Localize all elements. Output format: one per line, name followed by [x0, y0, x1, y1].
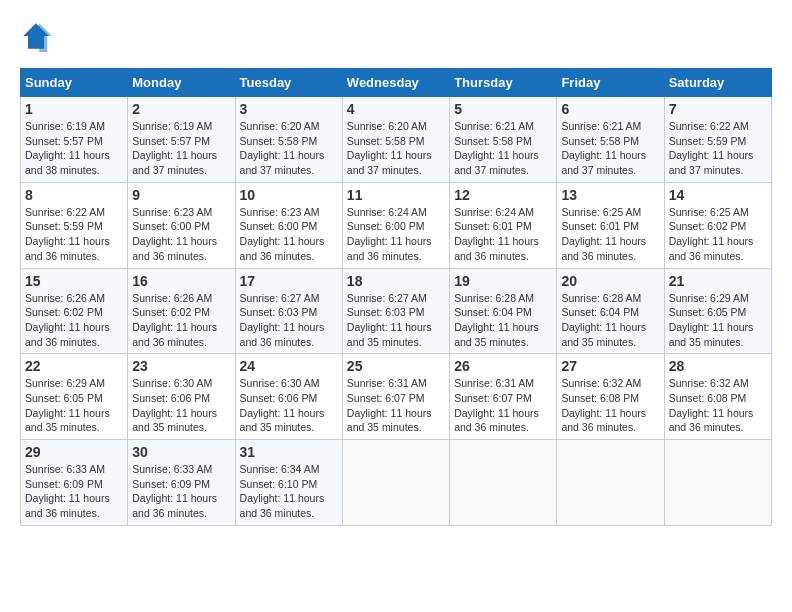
calendar-cell: 11 Sunrise: 6:24 AM Sunset: 6:00 PM Dayl…: [342, 182, 449, 268]
calendar-cell: 20 Sunrise: 6:28 AM Sunset: 6:04 PM Dayl…: [557, 268, 664, 354]
day-number: 7: [669, 101, 767, 117]
calendar-cell: 31 Sunrise: 6:34 AM Sunset: 6:10 PM Dayl…: [235, 440, 342, 526]
day-number: 20: [561, 273, 659, 289]
calendar-cell: 30 Sunrise: 6:33 AM Sunset: 6:09 PM Dayl…: [128, 440, 235, 526]
day-number: 27: [561, 358, 659, 374]
calendar-cell: 9 Sunrise: 6:23 AM Sunset: 6:00 PM Dayli…: [128, 182, 235, 268]
day-number: 13: [561, 187, 659, 203]
column-header-thursday: Thursday: [450, 69, 557, 97]
calendar-cell: 26 Sunrise: 6:31 AM Sunset: 6:07 PM Dayl…: [450, 354, 557, 440]
calendar-cell: 27 Sunrise: 6:32 AM Sunset: 6:08 PM Dayl…: [557, 354, 664, 440]
calendar-cell: 4 Sunrise: 6:20 AM Sunset: 5:58 PM Dayli…: [342, 97, 449, 183]
day-number: 1: [25, 101, 123, 117]
day-info: Sunrise: 6:21 AM Sunset: 5:58 PM Dayligh…: [454, 119, 552, 178]
calendar-week-row: 29 Sunrise: 6:33 AM Sunset: 6:09 PM Dayl…: [21, 440, 772, 526]
day-info: Sunrise: 6:22 AM Sunset: 5:59 PM Dayligh…: [669, 119, 767, 178]
calendar-cell: 18 Sunrise: 6:27 AM Sunset: 6:03 PM Dayl…: [342, 268, 449, 354]
column-header-friday: Friday: [557, 69, 664, 97]
calendar-cell: 14 Sunrise: 6:25 AM Sunset: 6:02 PM Dayl…: [664, 182, 771, 268]
day-info: Sunrise: 6:24 AM Sunset: 6:01 PM Dayligh…: [454, 205, 552, 264]
day-number: 28: [669, 358, 767, 374]
calendar-cell: 23 Sunrise: 6:30 AM Sunset: 6:06 PM Dayl…: [128, 354, 235, 440]
column-header-sunday: Sunday: [21, 69, 128, 97]
calendar-cell: [450, 440, 557, 526]
calendar-cell: 10 Sunrise: 6:23 AM Sunset: 6:00 PM Dayl…: [235, 182, 342, 268]
calendar-cell: 29 Sunrise: 6:33 AM Sunset: 6:09 PM Dayl…: [21, 440, 128, 526]
day-number: 31: [240, 444, 338, 460]
day-info: Sunrise: 6:19 AM Sunset: 5:57 PM Dayligh…: [132, 119, 230, 178]
day-number: 24: [240, 358, 338, 374]
calendar-week-row: 1 Sunrise: 6:19 AM Sunset: 5:57 PM Dayli…: [21, 97, 772, 183]
column-header-tuesday: Tuesday: [235, 69, 342, 97]
day-number: 25: [347, 358, 445, 374]
day-info: Sunrise: 6:33 AM Sunset: 6:09 PM Dayligh…: [132, 462, 230, 521]
day-info: Sunrise: 6:26 AM Sunset: 6:02 PM Dayligh…: [132, 291, 230, 350]
day-number: 2: [132, 101, 230, 117]
day-info: Sunrise: 6:21 AM Sunset: 5:58 PM Dayligh…: [561, 119, 659, 178]
day-number: 4: [347, 101, 445, 117]
day-number: 5: [454, 101, 552, 117]
day-number: 19: [454, 273, 552, 289]
day-number: 8: [25, 187, 123, 203]
day-info: Sunrise: 6:24 AM Sunset: 6:00 PM Dayligh…: [347, 205, 445, 264]
day-number: 12: [454, 187, 552, 203]
day-info: Sunrise: 6:30 AM Sunset: 6:06 PM Dayligh…: [132, 376, 230, 435]
calendar-cell: 21 Sunrise: 6:29 AM Sunset: 6:05 PM Dayl…: [664, 268, 771, 354]
day-info: Sunrise: 6:19 AM Sunset: 5:57 PM Dayligh…: [25, 119, 123, 178]
day-info: Sunrise: 6:25 AM Sunset: 6:02 PM Dayligh…: [669, 205, 767, 264]
day-number: 10: [240, 187, 338, 203]
day-number: 6: [561, 101, 659, 117]
calendar-cell: 16 Sunrise: 6:26 AM Sunset: 6:02 PM Dayl…: [128, 268, 235, 354]
day-info: Sunrise: 6:30 AM Sunset: 6:06 PM Dayligh…: [240, 376, 338, 435]
day-info: Sunrise: 6:25 AM Sunset: 6:01 PM Dayligh…: [561, 205, 659, 264]
day-info: Sunrise: 6:31 AM Sunset: 6:07 PM Dayligh…: [454, 376, 552, 435]
day-number: 23: [132, 358, 230, 374]
calendar-cell: 19 Sunrise: 6:28 AM Sunset: 6:04 PM Dayl…: [450, 268, 557, 354]
day-info: Sunrise: 6:29 AM Sunset: 6:05 PM Dayligh…: [25, 376, 123, 435]
day-info: Sunrise: 6:29 AM Sunset: 6:05 PM Dayligh…: [669, 291, 767, 350]
day-number: 15: [25, 273, 123, 289]
day-number: 21: [669, 273, 767, 289]
day-info: Sunrise: 6:28 AM Sunset: 6:04 PM Dayligh…: [454, 291, 552, 350]
calendar-cell: 3 Sunrise: 6:20 AM Sunset: 5:58 PM Dayli…: [235, 97, 342, 183]
day-info: Sunrise: 6:27 AM Sunset: 6:03 PM Dayligh…: [347, 291, 445, 350]
day-number: 29: [25, 444, 123, 460]
column-header-monday: Monday: [128, 69, 235, 97]
column-header-wednesday: Wednesday: [342, 69, 449, 97]
day-number: 11: [347, 187, 445, 203]
day-number: 3: [240, 101, 338, 117]
calendar-cell: 17 Sunrise: 6:27 AM Sunset: 6:03 PM Dayl…: [235, 268, 342, 354]
day-number: 17: [240, 273, 338, 289]
calendar-table: SundayMondayTuesdayWednesdayThursdayFrid…: [20, 68, 772, 526]
calendar-week-row: 8 Sunrise: 6:22 AM Sunset: 5:59 PM Dayli…: [21, 182, 772, 268]
calendar-cell: [664, 440, 771, 526]
day-info: Sunrise: 6:31 AM Sunset: 6:07 PM Dayligh…: [347, 376, 445, 435]
calendar-cell: 6 Sunrise: 6:21 AM Sunset: 5:58 PM Dayli…: [557, 97, 664, 183]
day-number: 26: [454, 358, 552, 374]
logo-icon: [20, 20, 52, 52]
day-number: 16: [132, 273, 230, 289]
calendar-cell: 13 Sunrise: 6:25 AM Sunset: 6:01 PM Dayl…: [557, 182, 664, 268]
calendar-cell: 24 Sunrise: 6:30 AM Sunset: 6:06 PM Dayl…: [235, 354, 342, 440]
day-info: Sunrise: 6:28 AM Sunset: 6:04 PM Dayligh…: [561, 291, 659, 350]
day-number: 14: [669, 187, 767, 203]
calendar-cell: 12 Sunrise: 6:24 AM Sunset: 6:01 PM Dayl…: [450, 182, 557, 268]
calendar-week-row: 15 Sunrise: 6:26 AM Sunset: 6:02 PM Dayl…: [21, 268, 772, 354]
calendar-cell: 5 Sunrise: 6:21 AM Sunset: 5:58 PM Dayli…: [450, 97, 557, 183]
page-header: [20, 20, 772, 52]
calendar-cell: 8 Sunrise: 6:22 AM Sunset: 5:59 PM Dayli…: [21, 182, 128, 268]
calendar-cell: [342, 440, 449, 526]
calendar-cell: 28 Sunrise: 6:32 AM Sunset: 6:08 PM Dayl…: [664, 354, 771, 440]
calendar-cell: 15 Sunrise: 6:26 AM Sunset: 6:02 PM Dayl…: [21, 268, 128, 354]
calendar-cell: 2 Sunrise: 6:19 AM Sunset: 5:57 PM Dayli…: [128, 97, 235, 183]
calendar-cell: 22 Sunrise: 6:29 AM Sunset: 6:05 PM Dayl…: [21, 354, 128, 440]
day-number: 22: [25, 358, 123, 374]
logo: [20, 20, 58, 52]
day-info: Sunrise: 6:32 AM Sunset: 6:08 PM Dayligh…: [669, 376, 767, 435]
day-number: 18: [347, 273, 445, 289]
day-info: Sunrise: 6:23 AM Sunset: 6:00 PM Dayligh…: [132, 205, 230, 264]
day-number: 30: [132, 444, 230, 460]
calendar-cell: 7 Sunrise: 6:22 AM Sunset: 5:59 PM Dayli…: [664, 97, 771, 183]
day-info: Sunrise: 6:20 AM Sunset: 5:58 PM Dayligh…: [347, 119, 445, 178]
calendar-cell: 25 Sunrise: 6:31 AM Sunset: 6:07 PM Dayl…: [342, 354, 449, 440]
